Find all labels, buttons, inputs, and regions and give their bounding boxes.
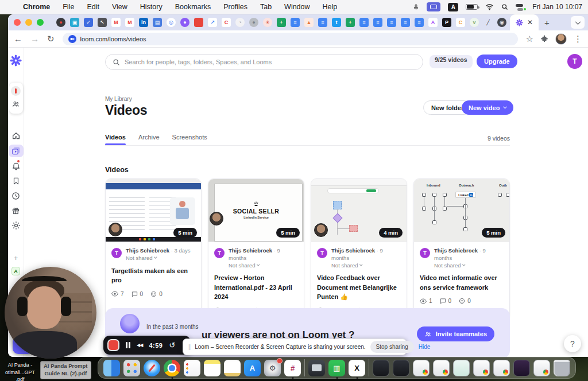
dock-icon-notes[interactable]	[204, 360, 220, 376]
menu-chrome[interactable]: Chrome	[23, 3, 50, 11]
browser-profile-avatar[interactable]	[555, 33, 567, 45]
pause-button[interactable]	[126, 342, 130, 348]
favicon-docs[interactable]: ≡	[318, 18, 327, 27]
video-thumbnail[interactable]: SOCIAL SELLR LinkedIn Service 5 min	[208, 179, 304, 242]
favicon-cursor-dark[interactable]: ↖	[98, 18, 107, 27]
microphone-icon[interactable]	[413, 3, 419, 11]
menu-edit[interactable]: Edit	[87, 3, 99, 11]
favicon-pencil[interactable]: ╱	[483, 18, 493, 27]
favicon-clock-pale[interactable]: ◔	[235, 18, 245, 27]
quota-pill[interactable]: 9/25 videos	[430, 55, 473, 68]
dock-icon-winlight[interactable]	[473, 360, 490, 376]
video-card[interactable]: SOCIAL SELLR LinkedIn Service 5 min T Th…	[208, 178, 304, 321]
favicon-airtable[interactable]: A	[428, 18, 438, 27]
desktop-file-label[interactable]: AI Panda -otimali...GPT .pdf	[2, 361, 38, 381]
sidebar-extension-avatar[interactable]: A	[11, 267, 20, 275]
author-name[interactable]: Thijs Schiebroek	[331, 247, 375, 254]
favicon-docs[interactable]: ≡	[291, 18, 300, 27]
search-input[interactable]	[125, 59, 416, 65]
tab-search-chevron[interactable]	[571, 16, 585, 29]
favicon-burst-red[interactable]: ✳	[263, 18, 272, 27]
dock-icon-windark[interactable]	[393, 360, 409, 376]
fast-user-switch-icon[interactable]	[516, 3, 525, 11]
menu-bookmarks[interactable]: Bookmarks	[175, 3, 211, 11]
favicon-docs[interactable]: ≡	[359, 18, 369, 27]
dock-icon-slack[interactable]: #	[284, 360, 301, 376]
new-tab-button[interactable]: +	[544, 18, 550, 27]
favicon-photo-teal[interactable]: ▣	[70, 18, 79, 27]
video-card[interactable]: 5 min T Thijs Schiebroek · 3 days Not sh…	[105, 178, 202, 321]
reload-button[interactable]: ↻	[47, 34, 55, 43]
author-avatar[interactable]: T	[420, 248, 430, 258]
author-name[interactable]: Thijs Schiebroek	[126, 247, 169, 254]
video-title[interactable]: Preview - Horton International.pdf - 23 …	[214, 273, 298, 302]
favicon-docs[interactable]: ≡	[373, 18, 382, 27]
dock-icon-safari[interactable]	[144, 360, 160, 376]
menu-window[interactable]: Window	[284, 3, 310, 11]
dock-icon-finder[interactable]	[103, 360, 120, 376]
dock-icon-winlight[interactable]	[533, 360, 550, 376]
search-bar[interactable]	[105, 54, 423, 70]
menu-history[interactable]: History	[140, 3, 163, 11]
video-title[interactable]: Video Feedback over Document met Belangr…	[317, 273, 401, 302]
webcam-preview[interactable]	[5, 267, 96, 359]
drag-handle[interactable]: ||	[188, 344, 190, 350]
dock-icon-winlight[interactable]	[493, 360, 510, 376]
video-thumbnail[interactable]: 4 min	[311, 179, 407, 242]
menu-file[interactable]: File	[63, 3, 74, 11]
wifi-icon[interactable]	[485, 3, 494, 10]
menu-help[interactable]: Help	[323, 3, 338, 11]
favicon-docs[interactable]: ≡	[401, 18, 410, 27]
visibility-dropdown[interactable]: Not shared	[331, 262, 401, 270]
favicon-gmail[interactable]: M	[111, 18, 121, 27]
visibility-dropdown[interactable]: Not shared	[434, 262, 504, 270]
favicon-drive-blue[interactable]: ▤	[153, 18, 162, 27]
favicon-gmail[interactable]: M	[125, 18, 134, 27]
sidebar-item-library[interactable]	[9, 143, 24, 158]
video-thumbnail[interactable]: 5 min	[106, 179, 201, 242]
hide-link[interactable]: Hide	[419, 344, 431, 350]
browser-menu-icon[interactable]: ⋮	[574, 34, 582, 43]
screen-mirroring-icon[interactable]	[427, 2, 440, 11]
sidebar-item-rewards[interactable]	[11, 203, 20, 218]
author-avatar[interactable]: T	[111, 248, 122, 258]
video-thumbnail[interactable]: Inbound Outreach Outb Linkedin	[414, 179, 509, 242]
menu-bar-clock[interactable]: Fri Jan 10 10:07	[532, 3, 582, 11]
favicon-photo-warm[interactable]: ▲	[304, 18, 314, 27]
dock-icon-appstore[interactable]: A	[244, 360, 261, 376]
spotlight-icon[interactable]	[501, 3, 508, 10]
author-avatar[interactable]: T	[214, 248, 225, 258]
tab-archive[interactable]: Archive	[138, 134, 160, 145]
visibility-dropdown[interactable]: Not shared	[229, 262, 298, 270]
favicon-linkedin[interactable]: in	[139, 18, 148, 27]
author-name[interactable]: Thijs Schiebroek	[434, 247, 478, 254]
dock-icon-winlight[interactable]	[433, 360, 450, 376]
favicon-compass[interactable]: ◎	[167, 18, 176, 27]
favicon-shield[interactable]: ◉	[497, 18, 506, 27]
favicon-check-blue[interactable]: ✓	[84, 18, 93, 27]
menu-profiles[interactable]: Profiles	[223, 3, 247, 11]
extensions-icon[interactable]	[540, 35, 548, 43]
new-video-button[interactable]: New video	[462, 100, 513, 115]
invite-teammates-button[interactable]: Invite teammates	[417, 326, 494, 341]
help-button[interactable]: ?	[564, 335, 581, 352]
dock-icon-winpurple[interactable]	[513, 360, 530, 376]
loom-logo-icon[interactable]	[10, 55, 22, 69]
zoom-window-button[interactable]	[37, 19, 44, 26]
visibility-dropdown[interactable]: Not shared	[126, 255, 190, 262]
video-title[interactable]: Targetlists maken als een pro	[111, 266, 195, 285]
upgrade-button[interactable]: Upgrade	[477, 55, 517, 68]
minimize-window-button[interactable]	[25, 19, 32, 26]
favicon-gray-dot[interactable]: ●	[249, 18, 258, 27]
favicon-c-orange[interactable]: C	[456, 18, 465, 27]
dock-icon-winlight[interactable]	[413, 360, 430, 376]
video-title[interactable]: Video met informatie over ons service fr…	[420, 273, 504, 292]
record-button[interactable]	[11, 86, 21, 96]
menu-tab[interactable]: Tab	[260, 3, 272, 11]
stop-sharing-button[interactable]: Stop sharing	[370, 341, 414, 353]
video-card[interactable]: 4 min T Thijs Schiebroek · 9 months Not …	[311, 178, 407, 321]
bookmark-star-icon[interactable]: ☆	[526, 34, 533, 43]
forward-button[interactable]: →	[30, 34, 39, 43]
sidebar-item-history[interactable]	[11, 188, 20, 203]
back-button[interactable]: ←	[14, 34, 22, 43]
